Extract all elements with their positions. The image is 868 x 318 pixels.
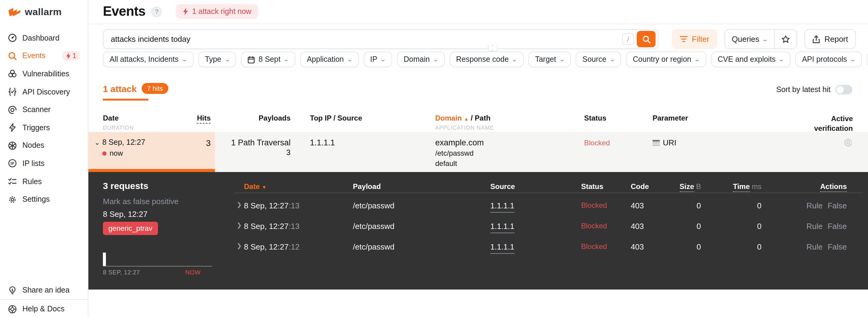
sidebar: wallarm Dashboard Events 1 Vulnerabiliti… <box>0 0 88 318</box>
chevron-down-icon: ⌄ <box>694 56 700 62</box>
request-action-rule[interactable]: Rule <box>786 222 823 231</box>
wallarm-logo[interactable]: wallarm <box>8 7 62 18</box>
report-button[interactable]: Report <box>804 29 856 49</box>
request-date: 8 Sep, 12:27:13 <box>244 222 300 231</box>
attack-right-now-badge[interactable]: 1 attack right now <box>177 4 258 19</box>
request-size: 0 <box>657 222 701 231</box>
help-docs-button[interactable]: Help & Docs <box>0 300 88 318</box>
col-status: Status <box>581 182 603 191</box>
chip-date[interactable]: 8 Sept⌄ <box>241 52 295 67</box>
lightbulb-icon <box>8 286 17 295</box>
request-row[interactable]: ❯ 8 Sep, 12:27:12 /etc/passwd 1.1.1.1 Bl… <box>88 240 868 256</box>
favorite-query-button[interactable] <box>774 30 797 49</box>
events-table-header: Date DURATION Hits Payloads Top IP / Sou… <box>88 114 868 132</box>
sidebar-item-label: Triggers <box>22 123 50 132</box>
request-action-rule[interactable]: Rule <box>786 201 823 210</box>
sort-toggle[interactable] <box>835 85 852 94</box>
request-action-false[interactable]: False <box>826 201 847 210</box>
attack-row-expanded[interactable]: ⌄ 8 Sep, 12:27 now 3 1 Path Traversal 3 … <box>88 132 868 172</box>
search-box: / <box>103 29 658 49</box>
chip-authentication[interactable]: Authentication⌄ <box>867 52 868 67</box>
sidebar-item-triggers[interactable]: Triggers <box>0 119 88 137</box>
request-action-false[interactable]: False <box>826 222 847 231</box>
sidebar-item-label: Scanner <box>22 106 51 114</box>
chip-domain[interactable]: Domain⌄ <box>397 52 444 67</box>
sidebar-item-label: Settings <box>22 195 50 204</box>
trigger-lightning-icon <box>8 123 17 132</box>
col-actions[interactable]: Actions <box>786 182 847 191</box>
sidebar-item-scanner[interactable]: Scanner <box>0 101 88 119</box>
sidebar-item-dashboard[interactable]: Dashboard <box>0 29 88 47</box>
request-action-false[interactable]: False <box>826 242 847 251</box>
sidebar-item-label: Share an idea <box>22 286 70 294</box>
request-source[interactable]: 1.1.1.1 <box>490 222 515 233</box>
chip-cve[interactable]: CVE and exploits⌄ <box>711 52 790 67</box>
chevron-down-icon: ⌄ <box>850 56 856 62</box>
col-size[interactable]: Size B <box>657 182 701 191</box>
queries-button[interactable]: Queries ⌄ <box>725 30 774 49</box>
row-expand-chevron[interactable]: ❯ <box>237 201 242 208</box>
chevron-down-icon: ⌄ <box>380 56 386 62</box>
sidebar-item-vulnerabilities[interactable]: Vulnerabilities <box>0 65 88 83</box>
search-icon <box>642 35 650 43</box>
sidebar-item-label: Events <box>22 52 45 60</box>
share-an-idea-button[interactable]: Share an idea <box>0 281 88 299</box>
sidebar-item-events[interactable]: Events 1 <box>0 47 88 65</box>
queries-button-group: Queries ⌄ <box>724 29 797 49</box>
star-icon <box>781 35 790 43</box>
request-row[interactable]: ❯ 8 Sep, 12:27:13 /etc/passwd 1.1.1.1 Bl… <box>88 199 868 214</box>
request-source[interactable]: 1.1.1.1 <box>490 201 515 212</box>
row-expand-chevron[interactable]: ❯ <box>237 242 242 249</box>
request-date: 8 Sep, 12:27:13 <box>244 201 300 210</box>
col-domain-path[interactable]: Domain ▲ / Path APPLICATION NAME <box>435 114 494 131</box>
chip-country[interactable]: Country or region⌄ <box>626 52 706 67</box>
chevron-down-icon: ⌄ <box>762 36 768 42</box>
search-input[interactable] <box>111 34 622 44</box>
col-hits[interactable]: Hits <box>180 114 211 122</box>
chip-ip[interactable]: IP⌄ <box>364 52 392 67</box>
sidebar-item-api-discovery[interactable]: API Discovery <box>0 83 88 101</box>
search-button[interactable] <box>637 31 655 47</box>
row-expander-chevron[interactable]: ⌄ <box>94 139 100 147</box>
chip-target[interactable]: Target⌄ <box>528 52 571 67</box>
col-top-ip: Top IP / Source <box>310 114 362 122</box>
row-expand-chevron[interactable]: ❯ <box>237 222 242 228</box>
attack-count-tab[interactable]: 1 attack <box>103 83 137 94</box>
request-row[interactable]: ❯ 8 Sep, 12:27:13 /etc/passwd 1.1.1.1 Bl… <box>88 219 868 235</box>
gear-icon <box>8 195 17 204</box>
chip-api-protocols[interactable]: API protocols⌄ <box>795 52 862 67</box>
request-date: 8 Sep, 12:27:12 <box>244 242 300 251</box>
col-payloads: Payloads <box>230 114 290 122</box>
parameter-bars-icon <box>652 140 660 146</box>
sidebar-item-nodes[interactable]: Nodes <box>0 137 88 154</box>
chip-source[interactable]: Source⌄ <box>576 52 621 67</box>
chip-application[interactable]: Application⌄ <box>300 52 359 67</box>
calendar-icon <box>248 55 255 63</box>
filter-button[interactable]: Filter <box>672 29 717 49</box>
chip-type[interactable]: Type⌄ <box>198 52 236 67</box>
chip-attack-type[interactable]: All attacks, Incidents⌄ <box>103 52 193 67</box>
request-action-rule[interactable]: Rule <box>786 242 823 251</box>
request-source[interactable]: 1.1.1.1 <box>490 242 515 254</box>
sidebar-item-rules[interactable]: Rules <box>0 173 88 191</box>
attack-payload-count: 3 <box>230 148 290 157</box>
attack-top-ip[interactable]: 1.1.1.1 <box>310 138 335 147</box>
col-date[interactable]: Date ▼ <box>244 182 267 191</box>
col-application-sub: APPLICATION NAME <box>435 125 494 131</box>
page-title: Events <box>103 4 146 19</box>
brand-name: wallarm <box>25 7 62 18</box>
sidebar-item-ip-lists[interactable]: IP IP lists <box>0 154 88 172</box>
search-collapse-handle[interactable]: ⌃⌄ <box>488 45 498 52</box>
request-status: Blocked <box>581 222 607 230</box>
sidebar-item-settings[interactable]: Settings <box>0 191 88 208</box>
toggle-knob <box>837 86 844 93</box>
help-icon[interactable]: ? <box>152 6 162 17</box>
attack-domain[interactable]: example.com <box>435 138 484 147</box>
chip-response-code[interactable]: Response code⌄ <box>450 52 524 67</box>
request-time: 0 <box>712 222 762 231</box>
sidebar-nav: Dashboard Events 1 Vulnerabilities API D… <box>0 29 88 208</box>
col-time[interactable]: Time ms <box>712 182 762 191</box>
active-verification-icon[interactable] <box>844 138 853 147</box>
attack-payload-type[interactable]: 1 Path Traversal <box>230 138 290 147</box>
col-source: Source <box>490 182 515 191</box>
